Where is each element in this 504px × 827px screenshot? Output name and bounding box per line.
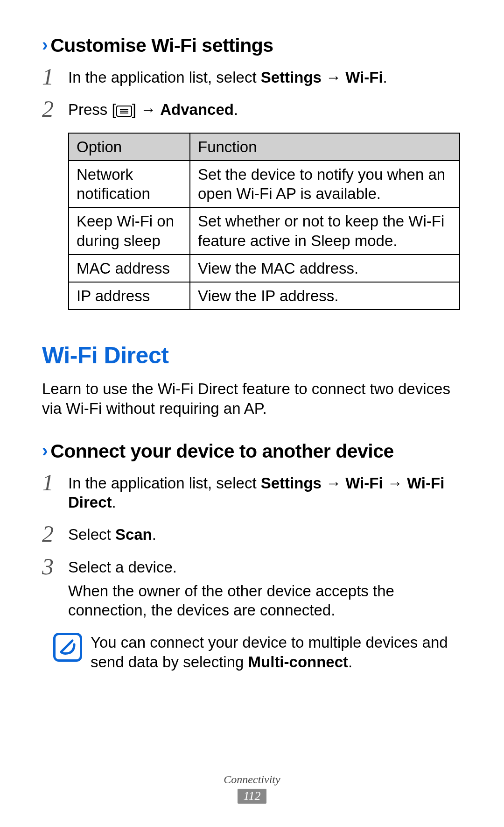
bold-text: Settings bbox=[261, 474, 322, 492]
step-text: Select Scan. bbox=[68, 525, 462, 544]
bold-text: Wi-Fi bbox=[345, 69, 383, 86]
step-item: 1 In the application list, select Settin… bbox=[42, 474, 462, 512]
table-row: MAC address View the MAC address. bbox=[69, 254, 460, 282]
cell-option: MAC address bbox=[69, 254, 190, 282]
chevron-right-icon: › bbox=[42, 441, 48, 460]
bold-text: Settings bbox=[261, 69, 322, 86]
step-item: 1 In the application list, select Settin… bbox=[42, 68, 462, 87]
text-fragment: In the application list, select bbox=[68, 69, 261, 86]
note-text: You can connect your device to multiple … bbox=[91, 633, 462, 671]
text-fragment: . bbox=[112, 494, 116, 511]
cell-function: Set whether or not to keep the Wi-Fi fea… bbox=[190, 207, 460, 254]
steps-connect: 1 In the application list, select Settin… bbox=[42, 474, 462, 620]
text-fragment: ] → bbox=[132, 101, 161, 118]
heading-customise-wifi: ›Customise Wi-Fi settings bbox=[42, 35, 462, 57]
wifi-options-table: Option Function Network notification Set… bbox=[68, 133, 460, 311]
text-fragment: Select bbox=[68, 526, 115, 543]
step-number: 1 bbox=[42, 62, 54, 92]
text-fragment: . bbox=[152, 526, 156, 543]
cell-option: Network notification bbox=[69, 161, 190, 208]
text-fragment: Press [ bbox=[68, 101, 116, 118]
chevron-right-icon: › bbox=[42, 35, 48, 55]
arrow-text: → bbox=[322, 69, 345, 86]
step-followup: When the owner of the other device accep… bbox=[68, 581, 462, 620]
text-fragment: In the application list, select bbox=[68, 474, 261, 492]
step-number: 2 bbox=[42, 519, 54, 549]
text-fragment: . bbox=[234, 101, 238, 118]
bold-text: Advanced bbox=[160, 101, 234, 118]
footer-section: Connectivity bbox=[42, 773, 462, 786]
footer-page-number: 112 bbox=[238, 789, 266, 804]
note-icon bbox=[53, 633, 82, 662]
intro-wifi-direct: Learn to use the Wi-Fi Direct feature to… bbox=[42, 379, 462, 418]
step-text: In the application list, select Settings… bbox=[68, 68, 462, 87]
bold-text: Scan bbox=[115, 526, 152, 543]
steps-customise: 1 In the application list, select Settin… bbox=[42, 68, 462, 120]
step-item: 3 Select a device. When the owner of the… bbox=[42, 558, 462, 620]
heading-connect-device: ›Connect your device to another device bbox=[42, 440, 462, 462]
step-number: 3 bbox=[42, 552, 54, 581]
arrow-text: → bbox=[383, 474, 407, 492]
arrow-text: → bbox=[322, 474, 345, 492]
cell-function: View the IP address. bbox=[190, 282, 460, 310]
text-fragment: . bbox=[348, 653, 352, 671]
table-header-row: Option Function bbox=[69, 133, 460, 161]
heading-text: Connect your device to another device bbox=[50, 440, 394, 462]
note-block: You can connect your device to multiple … bbox=[53, 633, 462, 671]
step-item: 2 Select Scan. bbox=[42, 525, 462, 544]
table-row: Network notification Set the device to n… bbox=[69, 161, 460, 208]
text-fragment: . bbox=[383, 69, 387, 86]
bold-text: Multi-connect bbox=[248, 653, 348, 671]
step-text: Select a device. When the owner of the o… bbox=[68, 558, 462, 620]
page-footer: Connectivity 112 bbox=[42, 773, 462, 804]
step-number: 1 bbox=[42, 468, 54, 497]
cell-function: View the MAC address. bbox=[190, 254, 460, 282]
table-header-option: Option bbox=[69, 133, 190, 161]
cell-option: IP address bbox=[69, 282, 190, 310]
document-page: ›Customise Wi-Fi settings 1 In the appli… bbox=[0, 0, 504, 827]
bold-text: Wi-Fi bbox=[345, 474, 383, 492]
heading-wifi-direct: Wi-Fi Direct bbox=[42, 342, 462, 369]
step-item: 2 Press [] → Advanced. bbox=[42, 100, 462, 119]
heading-text: Customise Wi-Fi settings bbox=[50, 35, 273, 56]
page-content: ›Customise Wi-Fi settings 1 In the appli… bbox=[42, 33, 462, 773]
step-text: In the application list, select Settings… bbox=[68, 474, 462, 512]
cell-function: Set the device to notify you when an ope… bbox=[190, 161, 460, 208]
step-number: 2 bbox=[42, 94, 54, 124]
table-header-function: Function bbox=[190, 133, 460, 161]
table-row: Keep Wi-Fi on during sleep Set whether o… bbox=[69, 207, 460, 254]
text-fragment: Select a device. bbox=[68, 558, 177, 576]
step-text: Press [] → Advanced. bbox=[68, 100, 462, 119]
table-row: IP address View the IP address. bbox=[69, 282, 460, 310]
cell-option: Keep Wi-Fi on during sleep bbox=[69, 207, 190, 254]
menu-key-icon bbox=[116, 101, 132, 118]
